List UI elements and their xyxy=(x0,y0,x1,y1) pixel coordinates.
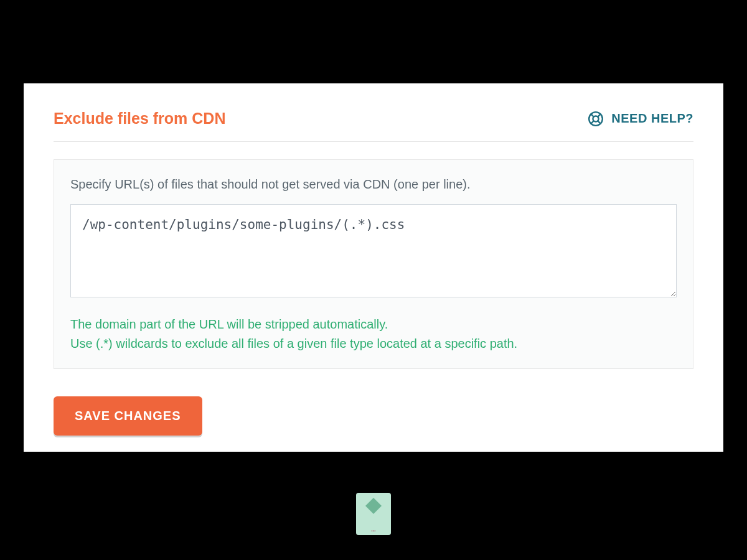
exclude-config-box: Specify URL(s) of files that should not … xyxy=(54,159,693,369)
svg-line-3 xyxy=(598,114,601,116)
svg-line-4 xyxy=(591,121,594,123)
exclude-hint-line-1: The domain part of the URL will be strip… xyxy=(70,315,677,334)
exclude-hint-line-2: Use (.*) wildcards to exclude all files … xyxy=(70,334,677,353)
footer-logo-caption: ••• xyxy=(371,529,375,533)
panel-header: Exclude files from CDN NEED HELP? xyxy=(54,110,693,142)
exclude-field-label: Specify URL(s) of files that should not … xyxy=(70,177,677,192)
need-help-label: NEED HELP? xyxy=(611,111,693,126)
exclude-hint: The domain part of the URL will be strip… xyxy=(70,315,677,353)
save-changes-button[interactable]: SAVE CHANGES xyxy=(54,396,202,436)
settings-panel: Exclude files from CDN NEED HELP? Specif… xyxy=(24,83,723,452)
section-title: Exclude files from CDN xyxy=(54,110,225,128)
footer-logo: ••• xyxy=(356,493,391,535)
page-top-heading: Exclude Files From CDN xyxy=(0,0,747,57)
settings-panel-inner: Exclude files from CDN NEED HELP? Specif… xyxy=(24,83,723,436)
exclude-paths-input[interactable] xyxy=(70,204,677,297)
svg-line-2 xyxy=(591,114,594,116)
svg-line-5 xyxy=(598,121,601,123)
lifebuoy-icon xyxy=(588,111,604,127)
need-help-link[interactable]: NEED HELP? xyxy=(588,111,693,127)
